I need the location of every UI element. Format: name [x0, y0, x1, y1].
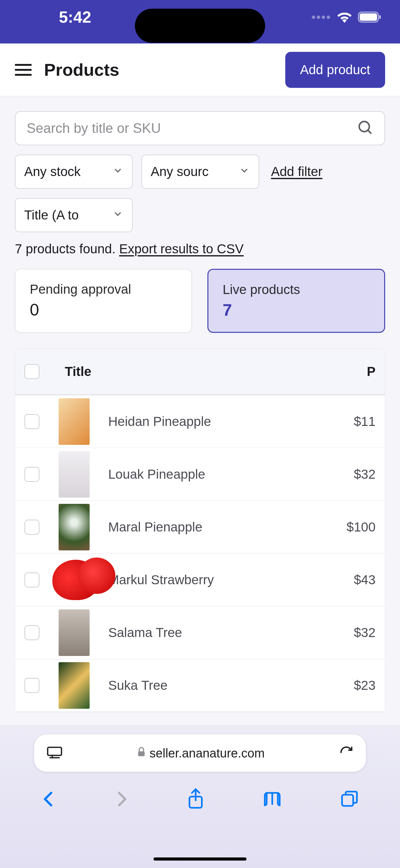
wifi-icon: [337, 11, 352, 23]
product-price: $32: [332, 467, 375, 482]
product-title: Louak Pineapple: [99, 467, 332, 482]
row-checkbox[interactable]: [25, 678, 39, 693]
row-checkbox-cell: [25, 520, 59, 535]
notch: [135, 9, 265, 43]
battery-icon: [358, 11, 381, 23]
product-thumbnail: [59, 560, 99, 600]
product-price: $100: [332, 520, 375, 535]
select-all-cell: [25, 364, 59, 379]
sort-filter[interactable]: Title (A to: [15, 198, 133, 232]
products-table: Title P Heidan Pineapple$11Louak Pineapp…: [15, 348, 385, 712]
product-title: Heidan Pineapple: [99, 414, 332, 429]
row-checkbox-cell: [25, 467, 59, 482]
chevron-down-icon: [239, 164, 250, 179]
product-price: $32: [332, 625, 375, 640]
share-button[interactable]: [187, 788, 204, 811]
search-wrapper[interactable]: [15, 111, 385, 145]
source-filter[interactable]: Any sourc: [141, 155, 259, 189]
table-row[interactable]: Louak Pineapple$32: [15, 448, 385, 501]
svg-rect-11: [342, 795, 353, 806]
product-title: Markul Strawberry: [99, 572, 332, 587]
lock-icon: [137, 747, 146, 760]
chevron-down-icon: [112, 208, 124, 223]
column-header-title[interactable]: Title: [59, 364, 357, 379]
table-row[interactable]: Suka Tree$23: [15, 659, 385, 712]
add-product-button[interactable]: Add product: [285, 52, 386, 88]
pending-approval-card[interactable]: Pending approval 0: [15, 269, 192, 333]
results-summary: 7 products found. Export results to CSV: [15, 242, 385, 256]
row-checkbox[interactable]: [25, 414, 39, 429]
chevron-down-icon: [112, 164, 124, 179]
filter-row: Any stock Any sourc Add filter: [15, 155, 385, 189]
url-bar[interactable]: seller.ananature.com: [34, 735, 366, 772]
stock-filter[interactable]: Any stock: [15, 155, 133, 189]
tabs-button[interactable]: [340, 790, 359, 810]
product-title: Maral Pienapple: [99, 520, 332, 535]
row-checkbox-cell: [25, 414, 59, 429]
source-filter-label: Any sourc: [151, 164, 233, 179]
app-header: Products Add product: [0, 43, 400, 96]
stat-cards: Pending approval 0 Live products 7: [15, 269, 385, 333]
product-title: Suka Tree: [99, 678, 332, 693]
table-header: Title P: [15, 349, 385, 395]
svg-point-3: [359, 122, 370, 132]
svg-rect-2: [379, 15, 381, 19]
product-thumbnail: [59, 398, 99, 445]
page-settings-icon[interactable]: [46, 746, 63, 761]
content-area: Any stock Any sourc Add filter Title (A …: [0, 96, 400, 727]
sort-filter-label: Title (A to: [24, 208, 107, 223]
svg-line-4: [368, 130, 371, 134]
row-checkbox[interactable]: [25, 572, 39, 587]
search-icon[interactable]: [357, 120, 373, 137]
stock-filter-label: Any stock: [24, 164, 107, 179]
row-checkbox[interactable]: [25, 520, 39, 535]
row-checkbox-cell: [25, 678, 59, 693]
product-thumbnail: [59, 610, 99, 656]
svg-rect-1: [360, 13, 377, 21]
browser-toolbar: [0, 772, 400, 828]
live-products-label: Live products: [223, 282, 370, 297]
home-indicator[interactable]: [154, 858, 246, 861]
pending-approval-label: Pending approval: [30, 282, 177, 297]
product-price: $43: [332, 572, 375, 587]
row-checkbox-cell: [25, 625, 59, 640]
pending-approval-value: 0: [30, 300, 177, 319]
status-bar: 5:42 ••••: [0, 0, 400, 43]
search-input[interactable]: [27, 120, 357, 136]
signal-dots: ••••: [311, 10, 331, 24]
forward-button[interactable]: [114, 789, 129, 810]
results-count: 7 products found.: [15, 242, 119, 256]
page-title: Products: [44, 60, 273, 80]
sort-row: Title (A to: [15, 198, 385, 232]
product-price: $11: [332, 414, 375, 429]
table-row[interactable]: Heidan Pineapple$11: [15, 395, 385, 448]
svg-rect-5: [48, 747, 62, 755]
product-thumbnail: [59, 504, 99, 550]
product-title: Salama Tree: [99, 625, 332, 640]
table-row[interactable]: Salama Tree$32: [15, 606, 385, 659]
table-row[interactable]: Maral Pienapple$100: [15, 501, 385, 554]
live-products-value: 7: [223, 300, 370, 319]
svg-rect-8: [138, 751, 145, 756]
reload-icon[interactable]: [339, 745, 354, 761]
product-price: $23: [332, 678, 375, 693]
add-filter-link[interactable]: Add filter: [268, 164, 326, 179]
browser-chrome: seller.ananature.com: [0, 725, 400, 868]
bookmarks-button[interactable]: [262, 790, 282, 809]
status-icons: ••••: [311, 10, 381, 24]
back-button[interactable]: [41, 789, 56, 810]
product-thumbnail: [59, 662, 99, 709]
live-products-card[interactable]: Live products 7: [207, 269, 385, 333]
select-all-checkbox[interactable]: [25, 364, 39, 379]
status-time: 5:42: [59, 8, 91, 26]
export-csv-link[interactable]: Export results to CSV: [119, 242, 243, 256]
menu-icon[interactable]: [15, 64, 32, 76]
row-checkbox[interactable]: [25, 467, 39, 482]
url-text[interactable]: seller.ananature.com: [63, 746, 339, 760]
table-row[interactable]: Markul Strawberry$43: [15, 554, 385, 606]
column-header-price[interactable]: P: [357, 364, 375, 379]
product-thumbnail: [59, 451, 99, 498]
table-body: Heidan Pineapple$11Louak Pineapple$32Mar…: [15, 395, 385, 712]
url-host: seller.ananature.com: [149, 746, 265, 760]
row-checkbox[interactable]: [25, 625, 39, 640]
